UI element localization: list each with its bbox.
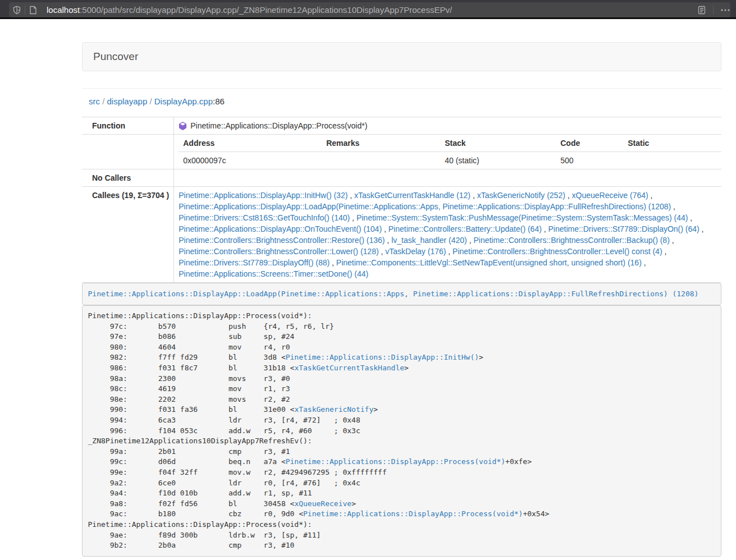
assembly-symbol-link[interactable]: xTaskGenericNotify (294, 405, 373, 414)
table-row-metrics: Address Remarks Stack Code Static 0x0000… (82, 135, 721, 169)
stack-value: 40 (static) (440, 152, 556, 169)
breadcrumb: src / displayapp / DisplayApp.cpp:86 (82, 97, 721, 108)
callee-link[interactable]: Pinetime::Components::LittleVgl::SetNewT… (336, 258, 642, 267)
table-row-no-callers: No Callers (82, 169, 721, 187)
callee-link[interactable]: xQueueReceive (764) (572, 191, 648, 200)
callee-link[interactable]: Pinetime::Applications::Screens::Timer::… (179, 269, 368, 278)
callees-list: Pinetime::Applications::DisplayApp::Init… (174, 187, 721, 283)
breadcrumb-line-number: :86 (213, 97, 225, 106)
function-name: Pinetime::Applications::DisplayApp::Proc… (190, 120, 367, 131)
table-row-callees: Callees (19, Σ=3704 ) Pinetime::Applicat… (82, 187, 721, 283)
breadcrumb-separator: / (147, 97, 154, 106)
callee-link[interactable]: Pinetime::System::SystemTask::PushMessag… (356, 213, 688, 222)
callee-link[interactable]: Pinetime::Applications::DisplayApp::Load… (179, 202, 671, 211)
col-static: Static (623, 135, 721, 152)
callee-link[interactable]: lv_task_handler (420) (391, 236, 467, 245)
navbar: Puncover (82, 42, 721, 71)
table-row-function: Function Pinetime::Applications::Display… (82, 117, 721, 135)
assembly-symbol-link[interactable]: Pinetime::Applications::DisplayApp::Proc… (303, 509, 523, 518)
callee-link[interactable]: Pinetime::Drivers::Cst816S::GetTouchInfo… (179, 213, 350, 222)
col-address: Address (179, 135, 322, 152)
page-info-icon[interactable] (25, 2, 41, 17)
col-stack: Stack (440, 135, 556, 152)
callee-link[interactable]: Pinetime::Controllers::BrightnessControl… (473, 236, 669, 245)
divider-rule (82, 88, 721, 89)
callees-label: Callees (19, Σ=3704 ) (82, 187, 174, 283)
brand-title[interactable]: Puncover (83, 51, 138, 63)
callee-link[interactable]: Pinetime::Applications::DisplayApp::OnTo… (179, 224, 382, 233)
page-container: Puncover src / displayapp / DisplayApp.c… (82, 42, 721, 557)
url-path: :5000/path/src/displayapp/DisplayApp.cpp… (80, 5, 452, 15)
reader-mode-icon[interactable] (693, 2, 710, 17)
address-value: 0x0000097c (179, 152, 322, 169)
static-value (623, 152, 721, 169)
assembly-symbol-link[interactable]: Pinetime::Applications::DisplayApp::Init… (286, 353, 479, 361)
assembly-symbol-link[interactable]: xTaskGetCurrentTaskHandle (294, 364, 404, 372)
callee-link[interactable]: xTaskGetCurrentTaskHandle (12) (354, 191, 470, 200)
callee-link[interactable]: Pinetime::Controllers::BrightnessControl… (179, 247, 378, 256)
function-label: Function (82, 117, 174, 135)
callee-link[interactable]: Pinetime::Drivers::St7789::DisplayOff() … (179, 258, 330, 267)
browser-toolbar: localhost:5000/path/src/displayapp/Displ… (0, 0, 736, 19)
callee-link[interactable]: Pinetime::Drivers::St7789::DisplayOn() (… (548, 224, 700, 233)
breadcrumb-link[interactable]: DisplayApp.cpp (154, 97, 213, 106)
metrics-row: 0x0000097c 40 (static) 500 (179, 152, 721, 169)
function-table: Function Pinetime::Applications::Display… (82, 117, 721, 283)
callee-link[interactable]: xTaskGenericNotify (252) (477, 191, 565, 200)
metrics-table: Address Remarks Stack Code Static 0x0000… (179, 135, 721, 169)
callee-link[interactable]: Pinetime::Controllers::Battery::Update()… (388, 224, 542, 233)
breadcrumb-link[interactable]: displayapp (107, 97, 148, 106)
url-text[interactable]: localhost:5000/path/src/displayapp/Displ… (47, 5, 730, 15)
breadcrumb-link[interactable]: src (89, 97, 100, 106)
package-icon (179, 122, 187, 130)
loadapp-highlight-box: Pinetime::Applications::DisplayApp::Load… (82, 283, 721, 305)
callee-link[interactable]: Pinetime::Controllers::BrightnessControl… (452, 247, 662, 256)
url-bar[interactable]: localhost:5000/path/src/displayapp/Displ… (9, 2, 730, 17)
assembly-symbol-link[interactable]: Pinetime::Applications::DisplayApp::Proc… (286, 457, 505, 466)
col-code: Code (556, 135, 623, 152)
loadapp-link[interactable]: Pinetime::Applications::DisplayApp::Load… (88, 290, 699, 298)
url-host: localhost (47, 5, 80, 15)
breadcrumb-separator: / (100, 97, 107, 106)
assembly-symbol-link[interactable]: xQueueReceive (294, 499, 351, 508)
code-value: 500 (556, 152, 623, 169)
callee-link[interactable]: Pinetime::Applications::DisplayApp::Init… (179, 191, 348, 200)
col-remarks: Remarks (322, 135, 440, 152)
assembly-code: Pinetime::Applications::DisplayApp::Proc… (82, 305, 721, 557)
callee-link[interactable]: Pinetime::Controllers::BrightnessControl… (179, 236, 385, 245)
shield-icon[interactable] (9, 2, 25, 17)
toolbar-divider (713, 5, 714, 15)
no-callers-label: No Callers (82, 169, 174, 187)
callee-link[interactable]: vTaskDelay (176) (385, 247, 446, 256)
overflow-menu-icon[interactable] (716, 2, 735, 17)
remarks-value (322, 152, 440, 169)
